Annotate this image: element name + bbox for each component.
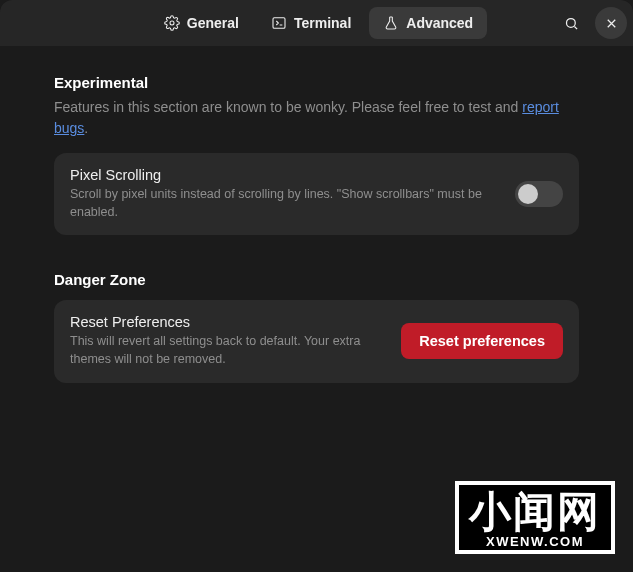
row-text: Reset Preferences This will revert all s…: [70, 314, 385, 368]
subtitle-suffix: .: [84, 120, 88, 136]
row-desc: Scroll by pixel units instead of scrolli…: [70, 185, 499, 221]
row-title: Pixel Scrolling: [70, 167, 499, 183]
close-button[interactable]: [595, 7, 627, 39]
search-icon: [564, 16, 579, 31]
tab-label: Terminal: [294, 15, 351, 31]
watermark: 小闻网 XWENW.COM: [455, 481, 615, 554]
tab-advanced[interactable]: Advanced: [369, 7, 487, 39]
row-text: Pixel Scrolling Scroll by pixel units in…: [70, 167, 499, 221]
tab-terminal[interactable]: Terminal: [257, 7, 365, 39]
flask-icon: [383, 15, 399, 31]
section-title: Danger Zone: [54, 271, 579, 288]
close-icon: [604, 16, 619, 31]
row-desc: This will revert all settings back to de…: [70, 332, 385, 368]
tab-label: General: [187, 15, 239, 31]
terminal-icon: [271, 15, 287, 31]
switch-knob: [518, 184, 538, 204]
row-reset-preferences: Reset Preferences This will revert all s…: [54, 300, 579, 382]
section-subtitle: Features in this section are known to be…: [54, 97, 579, 139]
svg-point-2: [566, 18, 575, 27]
row-pixel-scrolling[interactable]: Pixel Scrolling Scroll by pixel units in…: [54, 153, 579, 235]
headerbar: General Terminal Advanced: [0, 0, 633, 46]
section-title: Experimental: [54, 74, 579, 91]
subtitle-text: Features in this section are known to be…: [54, 99, 522, 115]
watermark-cn: 小闻网: [469, 491, 601, 533]
section-experimental: Experimental Features in this section ar…: [54, 74, 579, 235]
row-title: Reset Preferences: [70, 314, 385, 330]
tab-general[interactable]: General: [150, 7, 253, 39]
section-danger-zone: Danger Zone Reset Preferences This will …: [54, 271, 579, 382]
reset-preferences-button[interactable]: Reset preferences: [401, 323, 563, 359]
gear-icon: [164, 15, 180, 31]
view-switcher: General Terminal Advanced: [150, 7, 487, 39]
watermark-en: XWENW.COM: [469, 535, 601, 548]
header-right: [555, 7, 627, 39]
search-button[interactable]: [555, 7, 587, 39]
pixel-scrolling-switch[interactable]: [515, 181, 563, 207]
content: Experimental Features in this section ar…: [0, 46, 633, 447]
tab-label: Advanced: [406, 15, 473, 31]
svg-point-0: [170, 21, 174, 25]
